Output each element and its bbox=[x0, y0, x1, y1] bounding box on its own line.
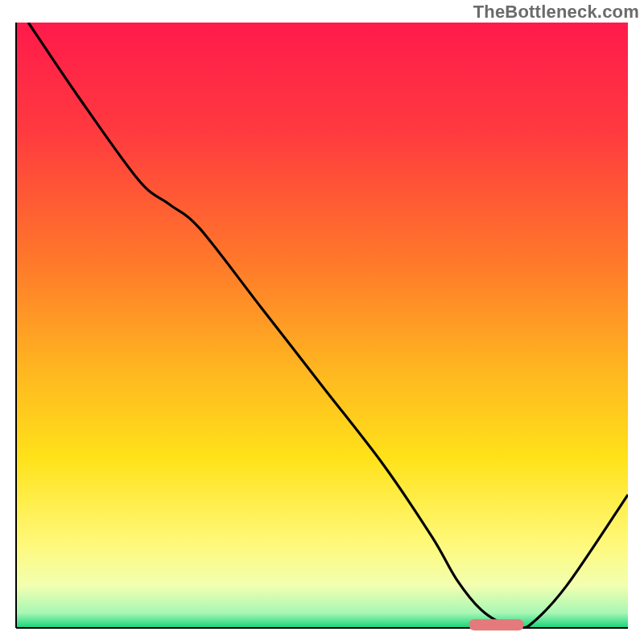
plot-background bbox=[16, 23, 628, 628]
chart-svg bbox=[0, 0, 644, 644]
optimal-range-marker bbox=[469, 619, 523, 630]
chart-container: TheBottleneck.com bbox=[0, 0, 644, 644]
watermark-text: TheBottleneck.com bbox=[473, 2, 639, 23]
